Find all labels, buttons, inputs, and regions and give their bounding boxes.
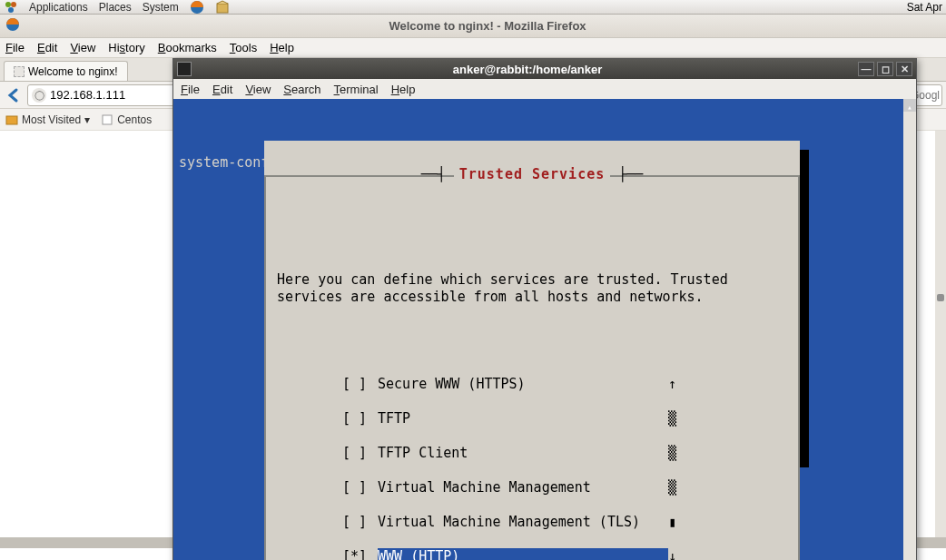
terminal-scrollbar[interactable]: ▴ ▾	[903, 99, 916, 560]
tab-favicon	[14, 66, 25, 77]
maximize-button[interactable]: ◻	[877, 62, 893, 76]
panel-menu-places[interactable]: Places	[99, 1, 132, 14]
terminal-menubar: File Edit View Search Terminal Help	[173, 79, 916, 99]
ff-menu-history[interactable]: History	[108, 41, 144, 54]
terminal-window-icon	[177, 62, 192, 76]
package-launcher-icon[interactable]	[215, 0, 230, 15]
svg-rect-4	[217, 4, 228, 13]
dialog-body-line-1: Here you can define which services are t…	[277, 271, 728, 288]
bookmark-centos[interactable]: Centos	[101, 113, 152, 126]
terminal-window: anker@rabbit:/home/anker — ◻ ✕ File Edit…	[172, 58, 917, 560]
firefox-menubar: File Edit View History Bookmarks Tools H…	[0, 38, 946, 58]
minimize-button[interactable]: —	[858, 62, 874, 76]
svg-point-2	[8, 7, 14, 13]
dialog-title-bar: ──┤ Trusted Services ├──	[266, 166, 798, 183]
browser-tab[interactable]: Welcome to nginx!	[4, 61, 128, 81]
service-item-vmm-tls[interactable]: [ ] Virtual Machine Management (TLS)▮	[342, 514, 787, 531]
term-menu-view[interactable]: View	[245, 83, 271, 96]
term-menu-file[interactable]: File	[181, 83, 200, 96]
term-menu-search[interactable]: Search	[283, 83, 320, 96]
term-menu-help[interactable]: Help	[391, 83, 416, 96]
dialog-title: Trusted Services	[454, 166, 611, 182]
svg-point-1	[11, 2, 16, 7]
firefox-window-icon	[5, 17, 24, 34]
site-identity-icon[interactable]: ◯	[32, 88, 46, 103]
service-item-https[interactable]: [ ] Secure WWW (HTTPS)↑	[342, 376, 787, 393]
panel-menu-applications[interactable]: Applications	[29, 1, 88, 14]
ff-menu-help[interactable]: Help	[270, 41, 294, 54]
ff-menu-file[interactable]: File	[5, 41, 25, 54]
gnome-foot-icon	[4, 0, 18, 15]
ff-menu-edit[interactable]: Edit	[37, 41, 57, 54]
chevron-down-icon: ▾	[84, 113, 90, 126]
service-item-tftp[interactable]: [ ] TFTP▒	[342, 410, 787, 427]
services-list[interactable]: [ ] Secure WWW (HTTPS)↑ [ ] TFTP▒ [ ] TF…	[277, 359, 787, 560]
scroll-down-indicator: ↓	[668, 548, 676, 560]
gnome-top-panel: Applications Places System Sat Apr	[0, 0, 946, 15]
terminal-window-title: anker@rabbit:/home/anker	[197, 63, 858, 76]
svg-rect-6	[6, 116, 17, 124]
tab-title: Welcome to nginx!	[28, 65, 118, 78]
bookmark-folder-icon	[5, 113, 18, 126]
firefox-titlebar: Welcome to nginx! - Mozilla Firefox	[0, 15, 946, 38]
content-scrollbar[interactable]	[937, 294, 944, 301]
trusted-services-dialog: ──┤ Trusted Services ├── Here you can de…	[264, 141, 800, 560]
svg-rect-7	[103, 115, 112, 124]
panel-menu-system[interactable]: System	[143, 1, 179, 14]
terminal-body[interactable]: ▴ ▾ system-config-firewall ──┤ Trusted S…	[173, 99, 916, 560]
term-menu-terminal[interactable]: Terminal	[334, 83, 379, 96]
bookmark-page-icon	[101, 113, 113, 126]
firefox-window-title: Welcome to nginx! - Mozilla Firefox	[29, 19, 946, 33]
close-button[interactable]: ✕	[896, 62, 912, 76]
svg-point-0	[5, 2, 11, 7]
panel-clock[interactable]: Sat Apr	[907, 1, 942, 14]
scroll-up-indicator: ↑	[668, 376, 676, 392]
scroll-up-icon[interactable]: ▴	[903, 99, 916, 112]
bookmark-most-visited[interactable]: Most Visited ▾	[5, 113, 90, 126]
terminal-titlebar[interactable]: anker@rabbit:/home/anker — ◻ ✕	[173, 59, 916, 79]
service-item-vmm[interactable]: [ ] Virtual Machine Management▒	[342, 479, 787, 496]
service-item-tftp-client[interactable]: [ ] TFTP Client▒	[342, 445, 787, 462]
term-menu-edit[interactable]: Edit	[212, 83, 232, 96]
bookmark-label: Most Visited	[22, 113, 81, 126]
bookmark-label: Centos	[117, 113, 152, 126]
back-button[interactable]	[4, 85, 24, 105]
firefox-launcher-icon[interactable]	[190, 0, 204, 15]
ff-menu-bookmarks[interactable]: Bookmarks	[158, 41, 217, 54]
service-item-www[interactable]: [*] WWW (HTTP)↓	[342, 548, 787, 560]
ff-menu-tools[interactable]: Tools	[230, 41, 257, 54]
ff-menu-view[interactable]: View	[70, 41, 95, 54]
dialog-body-line-2: services are accessible from all hosts a…	[277, 289, 704, 305]
